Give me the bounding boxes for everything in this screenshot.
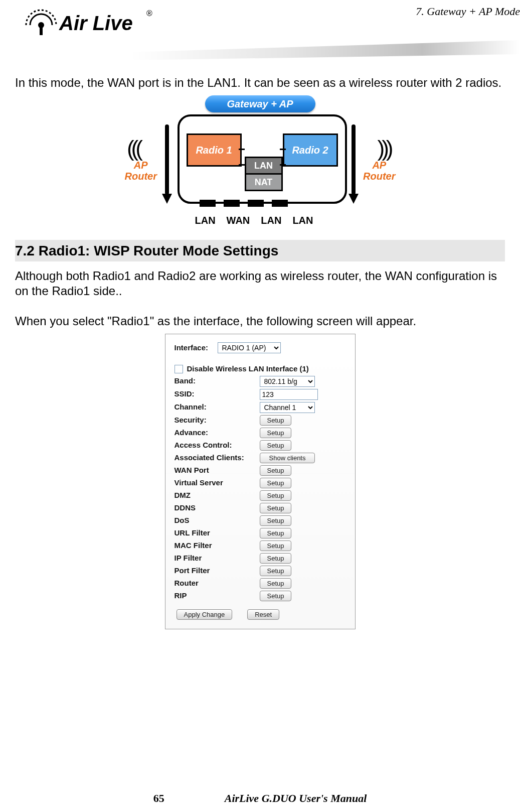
dos-setup-button[interactable]: Setup	[260, 515, 292, 526]
channel-label: Channel:	[175, 402, 260, 412]
advance-setup-button[interactable]: Setup	[260, 428, 292, 438]
reset-button[interactable]: Reset	[247, 609, 279, 620]
interface-label: Interface:	[175, 343, 218, 353]
section-para1: Although both Radio1 and Radio2 are work…	[15, 268, 505, 299]
section-heading: 7.2 Radio1: WISP Router Mode Settings	[15, 240, 505, 261]
svg-text:Air Live: Air Live	[59, 12, 133, 34]
manual-title: AirLive G.DUO User's Manual	[225, 792, 367, 805]
svg-rect-1	[40, 25, 43, 35]
ssid-input[interactable]	[260, 389, 318, 400]
port-icon	[272, 200, 288, 207]
vserver-label: Virtual Server	[175, 478, 260, 488]
vserver-setup-button[interactable]: Setup	[260, 478, 292, 488]
mac-setup-button[interactable]: Setup	[260, 540, 292, 551]
url-label: URL Filter	[175, 528, 260, 538]
side-label-right: APRouter	[363, 160, 395, 182]
port-label: Port Filter	[175, 566, 260, 576]
ip-label: IP Filter	[175, 554, 260, 563]
url-setup-button[interactable]: Setup	[260, 528, 292, 538]
access-label: Access Control:	[175, 441, 260, 450]
router-label: Router	[175, 579, 260, 588]
wan-label: WAN Port	[175, 466, 260, 475]
antenna-right	[352, 124, 356, 195]
access-setup-button[interactable]: Setup	[260, 440, 292, 451]
radio2-block: Radio 2	[283, 133, 338, 167]
show-clients-button[interactable]: Show clients	[260, 453, 315, 463]
dmz-setup-button[interactable]: Setup	[260, 490, 292, 501]
dos-label: DoS	[175, 516, 260, 525]
ddns-setup-button[interactable]: Setup	[260, 503, 292, 513]
disable-label: Disable Wireless LAN Interface (1)	[187, 364, 309, 374]
security-setup-button[interactable]: Setup	[260, 415, 292, 426]
apply-button[interactable]: Apply Change	[177, 609, 233, 620]
section-para2: When you select "Radio1" as the interfac…	[15, 314, 505, 329]
port-icon	[224, 200, 240, 207]
nat-block: NAT	[245, 173, 283, 191]
ddns-label: DDNS	[175, 503, 260, 513]
dmz-label: DMZ	[175, 491, 260, 500]
assoc-label: Associated Clients:	[175, 453, 260, 463]
settings-screenshot: Interface: RADIO 1 (AP) Disable Wireless…	[165, 334, 356, 629]
port-icon	[248, 200, 264, 207]
mac-label: MAC Filter	[175, 541, 260, 551]
diagram-pill: Gateway + AP	[205, 95, 315, 112]
port-labels: LAN WAN LAN LAN	[195, 214, 313, 227]
page-number: 65	[153, 792, 164, 805]
ssid-label: SSID:	[175, 389, 260, 399]
radio1-block: Radio 1	[187, 133, 242, 167]
router-setup-button[interactable]: Setup	[260, 578, 292, 589]
signal-waves-icon: )))	[130, 134, 143, 162]
rip-setup-button[interactable]: Setup	[260, 591, 292, 601]
mode-diagram: Gateway + AP ))) ))) APRouter APRouter R…	[125, 95, 396, 225]
lan-block: LAN	[245, 157, 283, 175]
channel-select[interactable]: Channel 1	[260, 402, 315, 413]
rip-label: RIP	[175, 591, 260, 601]
disable-checkbox[interactable]	[175, 365, 183, 373]
port-setup-button[interactable]: Setup	[260, 566, 292, 576]
intro-paragraph: In this mode, the WAN port is in the LAN…	[15, 75, 505, 90]
port-icon	[200, 200, 216, 207]
security-label: Security:	[175, 416, 260, 425]
svg-text:®: ®	[146, 9, 152, 18]
band-select[interactable]: 802.11 b/g	[260, 376, 315, 387]
side-label-left: APRouter	[125, 160, 157, 182]
chapter-label: 7. Gateway + AP Mode	[416, 5, 520, 18]
antenna-left	[165, 124, 169, 195]
interface-select[interactable]: RADIO 1 (AP)	[218, 342, 281, 353]
band-label: Band:	[175, 376, 260, 386]
wan-setup-button[interactable]: Setup	[260, 465, 292, 476]
ip-setup-button[interactable]: Setup	[260, 553, 292, 564]
signal-waves-icon: )))	[378, 134, 391, 162]
device-box: Radio 1 Radio 2 LAN NAT	[178, 114, 347, 204]
advance-label: Advance:	[175, 428, 260, 438]
